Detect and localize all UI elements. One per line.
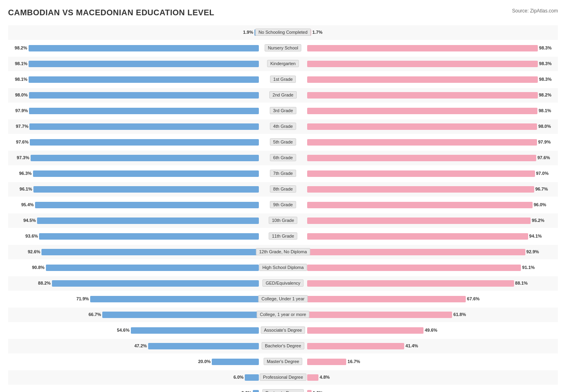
bar-left-value: 96.1% — [20, 187, 32, 191]
bar-row: Associate's Degree54.6%49.6% — [8, 323, 558, 338]
bar-right-value: 98.3% — [539, 77, 552, 82]
bar-blue — [131, 327, 259, 334]
bar-right-value: 91.1% — [522, 265, 535, 270]
bar-row: High School Diploma90.8%91.1% — [8, 261, 558, 275]
bar-pink — [307, 139, 537, 146]
bar-blue — [148, 343, 259, 349]
bar-blue — [29, 92, 259, 99]
bar-right-value: 16.7% — [347, 359, 360, 364]
bar-right-value: 98.3% — [539, 45, 552, 50]
bar-pink — [307, 233, 528, 240]
bar-left-value: 98.1% — [15, 61, 27, 66]
bar-label: 1st Grade — [270, 76, 296, 83]
bar-row: Kindergarten98.1%98.3% — [8, 57, 558, 71]
chart-source: Source: ZipAtlas.com — [512, 8, 558, 14]
bar-left-value: 98.2% — [14, 45, 27, 50]
bar-right-value: 49.6% — [425, 328, 437, 332]
bar-blue — [31, 155, 259, 161]
bar-right-value: 1.9% — [313, 390, 323, 392]
bar-pink — [307, 343, 404, 349]
bar-pink — [307, 327, 423, 334]
bar-blue — [29, 45, 259, 51]
chart-container: CAMBODIAN VS MACEDONIAN EDUCATION LEVEL … — [8, 8, 558, 392]
bar-right-value: 96.0% — [534, 202, 546, 207]
bar-left-value: 1.9% — [243, 30, 253, 35]
bar-label: 10th Grade — [269, 217, 297, 224]
bar-left-value: 98.0% — [15, 92, 27, 97]
bar-label: High School Diploma — [259, 264, 307, 271]
bar-left-value: 97.9% — [15, 108, 28, 113]
bar-row: Nursery School98.2%98.3% — [8, 41, 558, 55]
bar-left-value: 97.7% — [16, 124, 28, 129]
bar-label: 7th Grade — [270, 170, 296, 177]
bar-pink — [307, 92, 538, 99]
bar-label: 6th Grade — [270, 154, 296, 161]
bar-blue — [37, 218, 259, 224]
bar-label: No Schooling Completed — [255, 29, 311, 36]
bar-pink — [307, 186, 534, 193]
bar-right-value: 98.2% — [539, 92, 552, 97]
bar-left-value: 98.1% — [15, 77, 27, 82]
bar-blue — [29, 76, 259, 83]
bar-blue — [29, 108, 259, 114]
bar-right-value: 88.1% — [515, 281, 528, 285]
bar-right-value: 96.7% — [535, 187, 548, 191]
bar-blue — [212, 359, 259, 365]
bar-pink — [307, 155, 536, 161]
bar-blue — [29, 123, 259, 130]
bar-pink — [307, 108, 537, 114]
bar-left-value: 66.7% — [89, 312, 101, 317]
bar-label: Master's Degree — [264, 358, 302, 365]
bar-right-value: 61.8% — [453, 312, 466, 317]
bar-pink — [307, 218, 531, 224]
bar-right-value: 1.7% — [312, 30, 322, 35]
bar-blue — [102, 312, 259, 318]
bar-blue — [35, 202, 259, 208]
bar-label: Professional Degree — [260, 374, 306, 381]
bar-label: 3rd Grade — [270, 107, 296, 114]
bar-blue — [46, 265, 259, 271]
bar-row: 4th Grade97.7%98.0% — [8, 119, 558, 134]
bar-right-value: 98.1% — [539, 108, 551, 113]
bar-right-value: 94.1% — [529, 234, 542, 238]
bar-label: Nursery School — [264, 44, 301, 51]
bar-label: 4th Grade — [270, 123, 296, 130]
bar-pink — [307, 280, 514, 287]
bar-blue — [30, 139, 259, 146]
bar-left-value: 71.9% — [76, 296, 89, 301]
bar-row: 3rd Grade97.9%98.1% — [8, 104, 558, 118]
bar-left-value: 54.6% — [117, 328, 129, 332]
bar-left-value: 88.2% — [38, 281, 51, 285]
bar-label: Associate's Degree — [261, 326, 305, 334]
bar-blue — [253, 390, 259, 392]
bar-left-value: 97.3% — [17, 155, 29, 160]
bar-row: 12th Grade, No Diploma92.6%92.9% — [8, 245, 558, 259]
bar-label: 2nd Grade — [269, 91, 297, 99]
bar-pink — [307, 249, 525, 255]
bar-left-value: 2.6% — [242, 390, 252, 392]
bar-right-value: 4.8% — [320, 375, 330, 380]
bar-left-value: 92.6% — [28, 249, 40, 254]
bar-label: College, 1 year or more — [257, 311, 310, 318]
bar-left-value: 47.2% — [134, 343, 147, 348]
bar-left-value: 93.6% — [25, 234, 38, 238]
bar-pink — [307, 390, 312, 392]
bar-row: Professional Degree6.0%4.8% — [8, 370, 558, 385]
bar-row: 2nd Grade98.0%98.2% — [8, 88, 558, 103]
bar-label: 9th Grade — [270, 201, 296, 208]
bar-right-value: 98.3% — [539, 61, 552, 66]
bar-left-value: 95.4% — [21, 202, 34, 207]
bar-left-value: 6.0% — [233, 375, 244, 380]
bar-row: College, 1 year or more66.7%61.8% — [8, 308, 558, 322]
bar-pink — [307, 312, 452, 318]
bar-row: 8th Grade96.1%96.7% — [8, 182, 558, 197]
bar-pink — [307, 170, 535, 177]
bar-blue — [41, 249, 259, 255]
bar-label: College, Under 1 year — [258, 295, 308, 302]
bar-pink — [307, 76, 538, 83]
bar-blue — [245, 374, 259, 381]
bar-right-value: 92.9% — [527, 249, 539, 254]
bar-blue — [33, 170, 259, 177]
bar-right-value: 41.4% — [405, 343, 418, 348]
bar-row: College, Under 1 year71.9%67.6% — [8, 292, 558, 306]
